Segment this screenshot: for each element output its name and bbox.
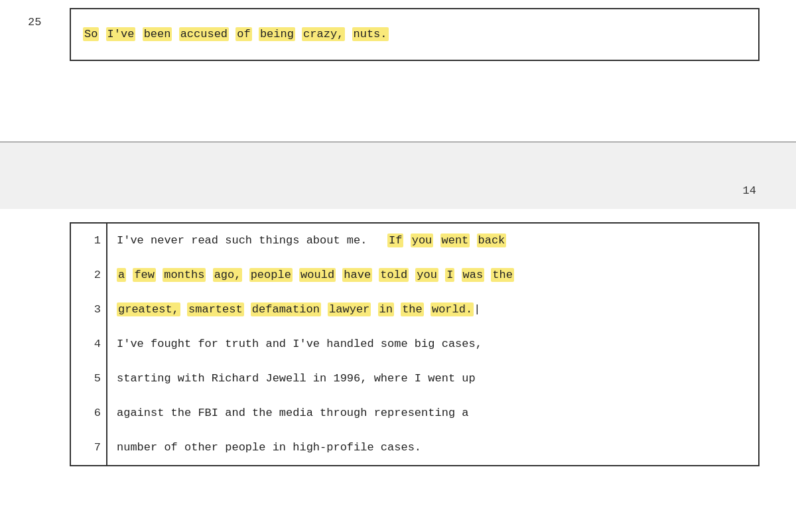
highlighted-text-accused: accused (179, 27, 229, 41)
highlight-went: went (440, 233, 470, 247)
page-number: 14 (743, 184, 756, 197)
highlight-the-3: the (401, 302, 424, 316)
highlight-would: would (299, 268, 336, 282)
highlighted-text-being: being (259, 27, 295, 41)
highlight-have: have (342, 268, 372, 282)
line-number-2: 2 (71, 258, 107, 293)
highlighted-text-of: of (235, 27, 251, 41)
page-top-section: 25 So I've been accused of being crazy, … (0, 0, 796, 143)
row-text-6: against the FBI and the media through re… (107, 396, 758, 431)
table-row: 6 against the FBI and the media through … (71, 396, 758, 431)
row-text-7: number of other people in high-profile c… (107, 431, 758, 465)
highlight-a: a (117, 268, 126, 282)
line-number-7: 7 (71, 431, 107, 465)
highlight-if: If (387, 233, 403, 247)
highlight-the-2: the (491, 268, 514, 282)
page-gap-section: 14 (0, 143, 796, 209)
table-row: 5 starting with Richard Jewell in 1996, … (71, 362, 758, 396)
highlight-was: was (462, 268, 485, 282)
highlight-defamation: defamation (251, 302, 321, 316)
bottom-text-block: 1 I've never read such things about me. … (70, 222, 760, 466)
highlight-world: world. (431, 302, 474, 316)
highlighted-text-crazy: crazy, (302, 27, 345, 41)
highlight-told: told (379, 268, 409, 282)
highlight-months: months (163, 268, 206, 282)
row-text-2: a few months ago, people would have told… (107, 258, 758, 293)
highlighted-text-nuts: nuts. (352, 27, 389, 41)
line-number-5: 5 (71, 362, 107, 396)
table-row: 4 I've fought for truth and I've handled… (71, 327, 758, 362)
row-text-3: greatest, smartest defamation lawyer in … (107, 293, 758, 327)
highlight-you-2: you (415, 268, 438, 282)
row-text-4: I've fought for truth and I've handled s… (107, 327, 758, 362)
highlight-you-1: you (411, 233, 434, 247)
highlighted-text-so: So (83, 27, 99, 41)
highlighted-text-been: been (143, 27, 172, 41)
highlight-in: in (378, 302, 394, 316)
line-number-4: 4 (71, 327, 107, 362)
top-text-block: So I've been accused of being crazy, nut… (70, 8, 760, 61)
row-text-5: starting with Richard Jewell in 1996, wh… (107, 362, 758, 396)
table-row: 2 a few months ago, people would have to… (71, 258, 758, 293)
highlight-back: back (477, 233, 507, 247)
highlight-people: people (249, 268, 293, 282)
line-number-25: 25 (28, 16, 41, 29)
highlighted-text-ive: I've (106, 27, 136, 41)
highlight-ago: ago, (213, 268, 243, 282)
highlight-smartest: smartest (187, 302, 244, 316)
highlight-few: few (133, 268, 156, 282)
table-row: 1 I've never read such things about me. … (71, 224, 758, 258)
highlight-i: I (445, 268, 454, 282)
table-row: 7 number of other people in high-profile… (71, 431, 758, 465)
highlight-lawyer: lawyer (328, 302, 371, 316)
highlight-greatest: greatest, (117, 302, 180, 316)
top-transcript-line: So I've been accused of being crazy, nut… (83, 16, 746, 53)
line-number-1: 1 (71, 224, 107, 258)
page-bottom-section: 1 I've never read such things about me. … (0, 209, 796, 532)
line-number-3: 3 (71, 293, 107, 327)
row-text-1: I've never read such things about me. If… (107, 224, 758, 258)
table-row: 3 greatest, smartest defamation lawyer i… (71, 293, 758, 327)
line-number-6: 6 (71, 396, 107, 431)
